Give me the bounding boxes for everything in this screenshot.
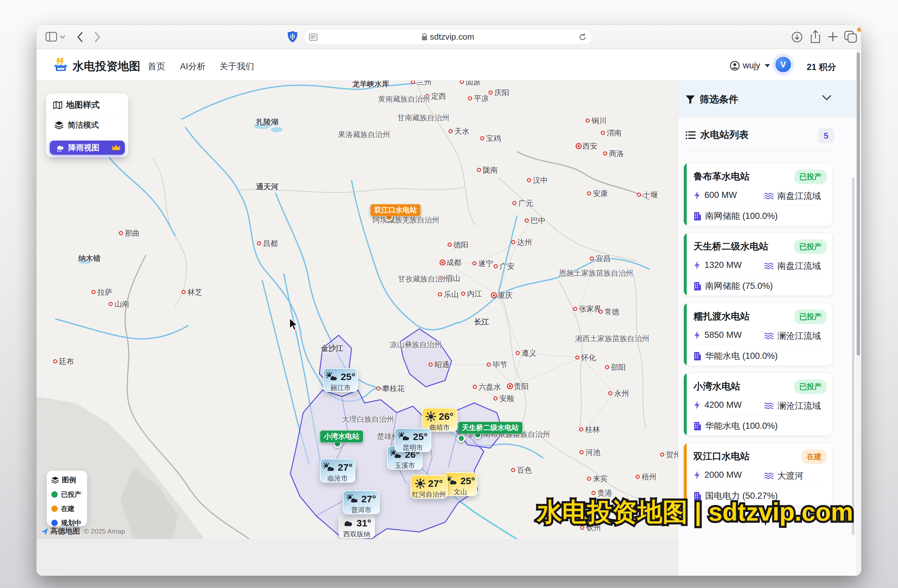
station-name: 糯扎渡水电站 [693, 310, 750, 323]
district-label: 大理白族自治州 [342, 414, 394, 424]
simple-mode-button[interactable]: 简洁模式 [46, 115, 128, 132]
city-label: 毕节 [492, 360, 507, 370]
station-card[interactable]: 天生桥二级水电站已投产1320 MW南盘江流域南网储能 (75.0%) [684, 233, 832, 296]
city-marker [487, 363, 491, 367]
new-tab-icon[interactable] [827, 31, 838, 42]
status-badge: 在建 [801, 449, 827, 464]
district-label: 甘孜藏族自治州 [398, 274, 450, 284]
app-header: 水电投资地图 首页AI分析关于我们 wujy V 21 积分 [37, 49, 861, 81]
district-label: 阿坝藏族羌族自治州 [372, 215, 439, 225]
nav-item-1[interactable]: 首页 [148, 61, 165, 72]
city-label: 那曲 [125, 228, 140, 238]
shield-icon[interactable] [288, 31, 298, 43]
weather-temp: 27° [361, 494, 376, 505]
forward-button[interactable] [94, 31, 101, 43]
city-label: 六盘水 [479, 382, 501, 392]
city-label: 怀化 [581, 353, 596, 363]
station-list-title: 水电站列表 [700, 128, 749, 141]
station-dot-green[interactable] [457, 434, 465, 442]
back-button[interactable] [77, 31, 83, 43]
weather-card: 25°文山 [443, 472, 477, 496]
city-label: 汉中 [533, 175, 548, 185]
amap-copyright: © 2025 Amap [84, 527, 125, 535]
weather-city: 文山 [444, 487, 477, 496]
rain-view-button[interactable]: 降雨视图 [50, 141, 125, 155]
city-marker [507, 383, 513, 389]
sidebar-toggle-icon[interactable] [46, 32, 57, 41]
weather-card: 25°昆明市 [395, 428, 431, 452]
city-label: 庆阳 [495, 88, 509, 98]
city-marker [580, 450, 584, 454]
district-label: 凉山彝族自治州 [390, 340, 441, 350]
city-label: 贵阳 [514, 381, 529, 391]
weather-city: 西双版纳 [339, 530, 374, 539]
city-marker [494, 264, 498, 269]
city-label: 定西 [431, 91, 446, 101]
station-card[interactable]: 小湾水电站已投产4200 MW澜沧江流域华能水电 (100.0%) [684, 373, 832, 436]
avatar[interactable]: V [775, 57, 791, 72]
city-label: 陇南 [483, 165, 498, 175]
user-menu[interactable]: wujy [730, 61, 770, 71]
city-label: 遵义 [521, 348, 537, 358]
weather-sun-cloud-icon [326, 372, 338, 382]
city-marker [605, 365, 609, 370]
list-icon [686, 130, 696, 140]
weather-card-top: 27° [343, 494, 379, 505]
station-owner: 南网储能 (75.0%) [693, 280, 773, 292]
district-label: 黄南藏族自治州 [378, 94, 430, 104]
weather-sun-cloud-icon [323, 463, 335, 472]
address-bar[interactable]: sdtzvip.com [303, 29, 592, 45]
city-marker [109, 302, 113, 306]
city-marker [573, 307, 577, 311]
city-label: 十堰 [643, 190, 658, 200]
city-marker [636, 475, 640, 479]
page-scrollbar[interactable] [856, 49, 861, 576]
chevron-down-icon [822, 95, 832, 101]
filter-panel-header[interactable]: 筛选条件 [678, 81, 861, 117]
weather-city: 昆明市 [395, 443, 431, 452]
station-card[interactable]: 鲁布革水电站已投产600 MW南盘江流域南网储能 (100.0%) [684, 163, 832, 226]
rain-cloud-icon [55, 143, 65, 152]
url-text: sdtzvip.com [430, 32, 474, 42]
station-card[interactable]: 糯扎渡水电站已投产5850 MW澜沧江流域华能水电 (100.0%) [684, 303, 832, 366]
crown-icon [112, 144, 120, 151]
nav-item-3[interactable]: 关于我们 [219, 61, 254, 72]
share-icon[interactable] [810, 30, 821, 43]
station-map-label[interactable]: 双江口水电站 [370, 204, 421, 216]
city-marker [473, 385, 477, 389]
station-owner: 国电电力 (50.27%) [693, 490, 778, 502]
sidebar: 筛选条件 水电站列表 5 鲁布革水电站已投产600 MW南盘江流域南网储能 (1… [678, 81, 861, 576]
water-label: 长江 [474, 317, 489, 327]
water-label: 纳木错 [78, 253, 101, 263]
city-marker [525, 218, 529, 223]
city-label: 昌都 [263, 238, 278, 249]
station-basin: 澜沧江流域 [764, 400, 821, 411]
station-owner: 南网储能 (100.0%) [693, 210, 778, 222]
station-map-label[interactable]: 天生桥二级水电站 [458, 422, 523, 434]
weather-temp: 27° [428, 478, 443, 489]
city-marker [587, 477, 591, 481]
weather-card: 27°普洱市 [343, 490, 380, 514]
points-label: 21 积分 [807, 61, 836, 73]
download-icon[interactable] [791, 31, 803, 43]
sidebar-scrollbar[interactable] [852, 177, 855, 535]
legend-status-dot [51, 520, 58, 526]
refresh-icon[interactable] [578, 33, 587, 41]
weather-temp: 25° [341, 372, 355, 382]
nav-item-2[interactable]: AI分析 [180, 61, 206, 72]
city-label: 永州 [614, 388, 629, 398]
station-power: 1320 MW [693, 260, 742, 270]
city-label: 兰州 [417, 81, 432, 87]
city-marker [119, 231, 123, 235]
station-power: 2000 MW [693, 470, 742, 480]
tabs-overview-icon[interactable] [844, 31, 857, 43]
station-card[interactable]: 双江口水电站在建2000 MW大渡河国电电力 (50.27%) [684, 443, 832, 506]
weather-card: 31°西双版纳 [339, 514, 375, 538]
chevron-down-icon[interactable] [60, 35, 66, 39]
map-style-panel: 地图样式 简洁模式 降雨视图 [46, 94, 128, 157]
city-marker [575, 356, 580, 360]
station-map-label[interactable]: 小湾水电站 [320, 430, 363, 443]
water-label: 通天河 [256, 182, 278, 192]
city-label: 邵阳 [611, 362, 626, 372]
weather-city: 临沧市 [321, 474, 355, 483]
